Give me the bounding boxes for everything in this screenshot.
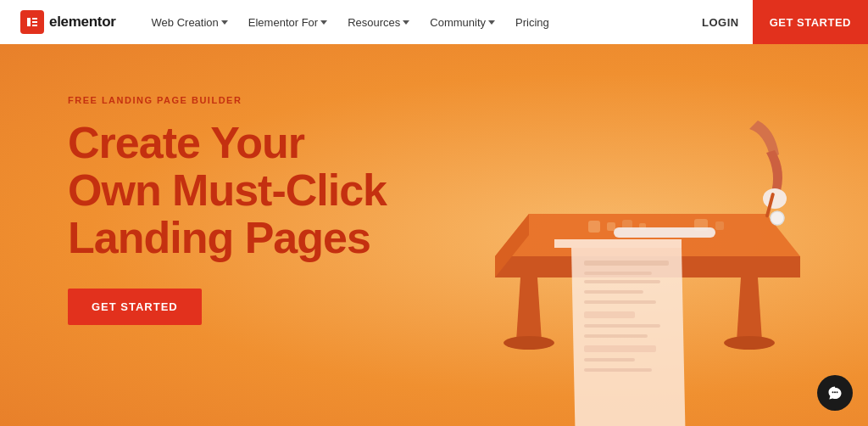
svg-rect-19	[607, 222, 615, 231]
logo[interactable]: elementor	[20, 10, 116, 34]
hero-heading-line3: Landing Pages	[68, 213, 370, 262]
svg-rect-10	[584, 300, 656, 304]
svg-rect-1	[32, 18, 37, 20]
svg-point-31	[837, 391, 838, 393]
desk-svg	[376, 61, 851, 426]
svg-rect-23	[715, 221, 724, 230]
chevron-down-icon	[320, 20, 327, 25]
svg-point-27	[771, 211, 784, 225]
hero-illustration	[376, 44, 868, 426]
hero-content: FREE LANDING PAGE BUILDER Create Your Ow…	[0, 44, 407, 325]
hero-label: FREE LANDING PAGE BUILDER	[68, 95, 407, 105]
svg-point-30	[834, 391, 836, 393]
svg-rect-18	[588, 221, 600, 233]
hero-get-started-button[interactable]: GET STARTED	[68, 289, 202, 325]
svg-rect-11	[584, 311, 635, 318]
svg-rect-14	[584, 345, 656, 352]
svg-rect-6	[584, 261, 669, 266]
svg-rect-24	[614, 227, 715, 238]
svg-rect-9	[584, 290, 643, 294]
svg-rect-12	[584, 324, 660, 328]
chevron-down-icon	[488, 20, 495, 25]
hero-heading: Create Your Own Must-Click Landing Pages	[68, 119, 407, 261]
hero-heading-line1: Create Your	[68, 118, 304, 167]
nav-item-elementor-for[interactable]: Elementor For	[240, 11, 336, 34]
chat-icon	[826, 384, 843, 401]
svg-point-29	[832, 391, 834, 393]
hero-section: FREE LANDING PAGE BUILDER Create Your Ow…	[0, 44, 868, 426]
svg-point-25	[763, 188, 787, 209]
nav-links: Web Creation Elementor For Resources Com…	[143, 11, 703, 34]
login-button[interactable]: LOGIN	[702, 16, 739, 29]
svg-rect-15	[584, 358, 635, 362]
nav-item-pricing[interactable]: Pricing	[507, 11, 558, 34]
chat-bubble-button[interactable]	[817, 375, 853, 411]
nav-item-web-creation[interactable]: Web Creation	[143, 11, 236, 34]
nav-item-resources[interactable]: Resources	[339, 11, 418, 34]
svg-rect-0	[27, 18, 31, 26]
chevron-down-icon	[221, 20, 228, 25]
logo-wordmark: elementor	[49, 14, 116, 31]
svg-point-4	[504, 336, 554, 350]
svg-rect-7	[584, 272, 652, 275]
svg-rect-8	[584, 280, 660, 283]
nav-get-started-button[interactable]: GET STARTED	[753, 0, 868, 44]
hero-heading-line2: Own Must-Click	[68, 165, 387, 215]
chevron-down-icon	[403, 20, 409, 25]
navbar: elementor Web Creation Elementor For Res…	[0, 0, 868, 44]
nav-right: LOGIN GET STARTED	[702, 0, 848, 44]
svg-point-5	[724, 336, 775, 350]
svg-rect-16	[584, 368, 652, 372]
logo-icon	[20, 10, 44, 34]
nav-item-community[interactable]: Community	[421, 11, 504, 34]
svg-rect-2	[32, 21, 37, 23]
svg-rect-13	[584, 334, 648, 338]
svg-rect-3	[32, 25, 37, 26]
